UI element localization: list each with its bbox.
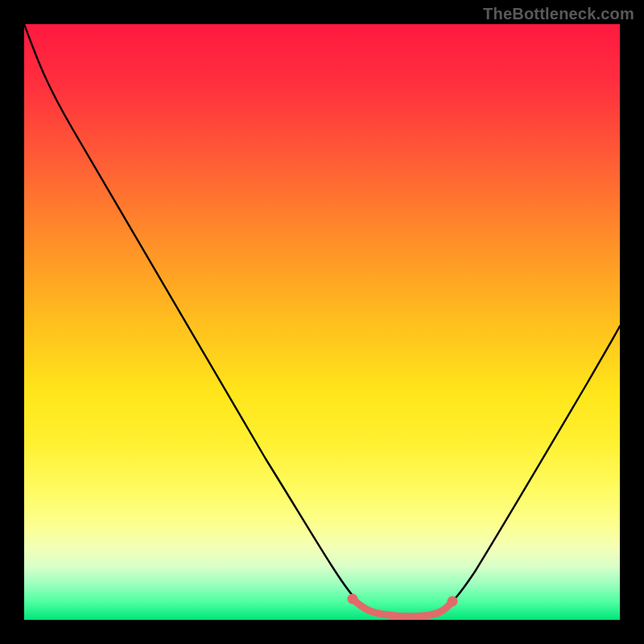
watermark-text: TheBottleneck.com [483, 5, 634, 23]
chart-frame: TheBottleneck.com [0, 0, 644, 644]
plot-area [24, 24, 620, 620]
highlight-segment [353, 599, 452, 617]
curve-layer [24, 24, 620, 620]
bottleneck-curve [24, 24, 620, 616]
highlight-marker-right [448, 597, 458, 607]
highlight-marker-left [348, 594, 358, 605]
